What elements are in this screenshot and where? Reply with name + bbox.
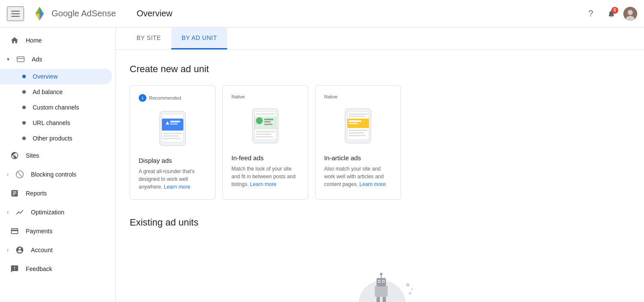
sidebar-label-home: Home: [26, 37, 42, 44]
in-article-desc: Also match your site and work well with …: [324, 165, 392, 188]
svg-point-42: [409, 292, 411, 295]
sidebar-label-account: Account: [31, 247, 53, 253]
sidebar-item-feedback[interactable]: Feedback: [0, 259, 112, 278]
tab-by-site[interactable]: BY SITE: [126, 27, 171, 49]
sidebar-item-sites[interactable]: Sites: [0, 146, 112, 165]
in-feed-learn-more[interactable]: Learn more: [250, 181, 276, 187]
in-feed-desc: Match the look of your site and fit in b…: [231, 165, 299, 188]
home-icon: [10, 36, 19, 45]
empty-state: Create an ad unit, see it here: [130, 242, 630, 302]
sidebar-item-url-channels[interactable]: URL channels: [0, 115, 112, 131]
sidebar-item-other-products[interactable]: Other products: [0, 131, 112, 146]
svg-rect-18: [256, 113, 275, 115]
ads-icon: [16, 55, 25, 64]
moon-robot-svg: [346, 259, 414, 302]
sidebar-label-url-channels: URL channels: [33, 119, 70, 126]
sidebar-label-ads: Ads: [32, 56, 42, 63]
svg-rect-14: [163, 135, 179, 137]
in-article-title: In-article ads: [324, 154, 392, 162]
display-learn-more[interactable]: Learn more: [164, 184, 190, 190]
header-left: Google AdSense Overview: [7, 5, 172, 22]
sidebar-label-optimization: Optimization: [31, 209, 64, 216]
in-feed-illustration: [231, 104, 299, 147]
svg-point-43: [411, 288, 413, 290]
svg-rect-45: [377, 278, 386, 287]
svg-point-49: [383, 281, 384, 282]
ad-unit-cards: i Recommended: [130, 85, 630, 200]
empty-illustration: [346, 259, 414, 302]
notification-badge: 5: [611, 7, 618, 14]
sidebar-item-ad-balance[interactable]: Ad balance: [0, 84, 112, 100]
svg-rect-11: [170, 121, 180, 122]
svg-rect-32: [349, 120, 361, 122]
svg-point-41: [406, 283, 410, 287]
content-body: Create new ad unit i Recommended: [116, 50, 644, 302]
in-article-illustration: [324, 104, 392, 147]
svg-rect-36: [349, 135, 366, 136]
sidebar-item-account[interactable]: › Account: [0, 241, 112, 259]
sidebar-item-home[interactable]: Home: [0, 31, 112, 50]
in-feed-phone-svg: [240, 107, 291, 145]
svg-rect-13: [163, 133, 182, 134]
overview-dot: [22, 75, 26, 78]
svg-rect-23: [264, 124, 273, 125]
blocking-icon: [15, 170, 24, 179]
sidebar-item-reports[interactable]: Reports: [0, 184, 112, 203]
sidebar: Home ▾ Ads Overview Ad balance Custom ch…: [0, 27, 116, 302]
in-feed-ads-card[interactable]: Native: [222, 85, 308, 200]
svg-rect-3: [17, 57, 24, 62]
svg-rect-34: [349, 130, 368, 131]
in-feed-badge: Native: [231, 94, 299, 99]
optimization-expand-icon: ›: [7, 209, 9, 215]
svg-rect-53: [383, 297, 386, 302]
sidebar-label-overview: Overview: [33, 73, 58, 80]
help-button[interactable]: ?: [582, 5, 599, 22]
sidebar-item-payments[interactable]: Payments: [0, 222, 112, 241]
sites-icon: [10, 151, 19, 160]
reports-icon: [10, 189, 19, 198]
sidebar-item-ads[interactable]: ▾ Ads: [0, 50, 112, 69]
sidebar-item-blocking-controls[interactable]: › Blocking controls: [0, 165, 112, 184]
sidebar-label-custom-channels: Custom channels: [33, 104, 79, 111]
account-icon: [15, 246, 24, 254]
main-layout: Home ▾ Ads Overview Ad balance Custom ch…: [0, 27, 644, 302]
svg-rect-44: [375, 286, 388, 297]
payments-icon: [10, 227, 19, 235]
display-badge: i Recommended: [139, 94, 207, 102]
display-ads-card[interactable]: i Recommended: [130, 85, 216, 200]
header-right: ? 5: [582, 5, 637, 22]
sidebar-label-feedback: Feedback: [26, 265, 52, 272]
page-title: Overview: [137, 9, 172, 18]
in-article-learn-more[interactable]: Learn more: [359, 181, 386, 187]
app-header: Google AdSense Overview ? 5: [0, 0, 644, 27]
tab-by-ad-unit[interactable]: BY AD UNIT: [171, 27, 228, 49]
svg-point-48: [379, 281, 380, 282]
in-article-badge: Native: [324, 94, 392, 99]
svg-rect-24: [256, 131, 275, 132]
svg-line-6: [17, 172, 22, 177]
svg-rect-29: [349, 113, 368, 115]
svg-rect-21: [264, 119, 273, 120]
sidebar-label-reports: Reports: [26, 190, 47, 197]
hamburger-menu[interactable]: [7, 6, 24, 21]
sidebar-item-optimization[interactable]: › Optimization: [0, 203, 112, 222]
custom-channels-dot: [22, 106, 26, 109]
existing-section-title: Existing ad units: [130, 217, 630, 228]
notifications-button[interactable]: 5: [603, 5, 620, 22]
sidebar-label-other-products: Other products: [33, 135, 73, 142]
sidebar-label-blocking-controls: Blocking controls: [31, 171, 76, 178]
sidebar-item-custom-channels[interactable]: Custom channels: [0, 100, 112, 115]
svg-rect-25: [256, 134, 271, 135]
sidebar-item-overview[interactable]: Overview: [0, 69, 112, 84]
optimization-icon: [15, 208, 24, 217]
display-title: Display ads: [139, 157, 207, 164]
display-phone-svg: [147, 109, 198, 148]
in-article-ads-card[interactable]: Native: [315, 85, 401, 200]
svg-rect-35: [349, 132, 364, 134]
app-logo: Google AdSense: [31, 5, 116, 22]
logo-svg: [31, 5, 48, 22]
svg-rect-15: [163, 138, 180, 139]
user-avatar[interactable]: [623, 7, 637, 21]
in-article-phone-svg: [332, 107, 384, 145]
ads-expand-icon: ▾: [7, 56, 9, 62]
